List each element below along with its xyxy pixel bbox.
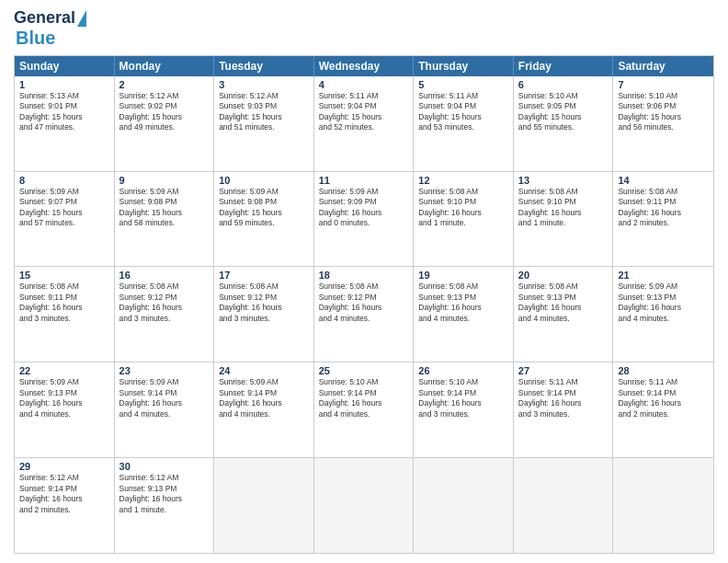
- calendar-cell: 7Sunrise: 5:10 AM Sunset: 9:06 PM Daylig…: [613, 76, 713, 171]
- calendar-cell: 20Sunrise: 5:08 AM Sunset: 9:13 PM Dayli…: [514, 267, 614, 362]
- header: General Blue: [14, 9, 714, 48]
- day-number: 30: [119, 461, 210, 472]
- weekday-header: Wednesday: [314, 56, 415, 76]
- weekday-header: Friday: [514, 56, 614, 76]
- calendar-cell: 3Sunrise: 5:12 AM Sunset: 9:03 PM Daylig…: [214, 76, 314, 171]
- day-number: 6: [518, 79, 609, 90]
- day-info: Sunrise: 5:10 AM Sunset: 9:06 PM Dayligh…: [618, 91, 709, 133]
- calendar-cell: 17Sunrise: 5:08 AM Sunset: 9:12 PM Dayli…: [214, 267, 314, 362]
- calendar-cell: 29Sunrise: 5:12 AM Sunset: 9:14 PM Dayli…: [15, 458, 115, 553]
- calendar-row: 22Sunrise: 5:09 AM Sunset: 9:13 PM Dayli…: [15, 362, 713, 457]
- day-info: Sunrise: 5:12 AM Sunset: 9:14 PM Dayligh…: [19, 473, 109, 515]
- day-info: Sunrise: 5:13 AM Sunset: 9:01 PM Dayligh…: [19, 91, 109, 133]
- day-number: 18: [319, 270, 409, 281]
- calendar: SundayMondayTuesdayWednesdayThursdayFrid…: [14, 55, 714, 554]
- day-number: 19: [418, 270, 508, 281]
- calendar-cell: 15Sunrise: 5:08 AM Sunset: 9:11 PM Dayli…: [15, 267, 115, 362]
- day-number: 13: [518, 175, 609, 186]
- calendar-row: 29Sunrise: 5:12 AM Sunset: 9:14 PM Dayli…: [15, 457, 713, 553]
- day-info: Sunrise: 5:09 AM Sunset: 9:08 PM Dayligh…: [219, 187, 309, 229]
- day-number: 1: [19, 79, 109, 90]
- day-info: Sunrise: 5:09 AM Sunset: 9:14 PM Dayligh…: [219, 377, 309, 419]
- calendar-cell: 5Sunrise: 5:11 AM Sunset: 9:04 PM Daylig…: [414, 76, 514, 171]
- day-info: Sunrise: 5:12 AM Sunset: 9:02 PM Dayligh…: [119, 91, 210, 133]
- day-number: 11: [319, 175, 409, 186]
- day-info: Sunrise: 5:10 AM Sunset: 9:05 PM Dayligh…: [518, 91, 609, 133]
- day-number: 16: [119, 270, 210, 281]
- calendar-cell: 1Sunrise: 5:13 AM Sunset: 9:01 PM Daylig…: [15, 76, 115, 171]
- calendar-cell: 22Sunrise: 5:09 AM Sunset: 9:13 PM Dayli…: [15, 362, 115, 457]
- day-number: 24: [219, 365, 309, 376]
- calendar-cell: 6Sunrise: 5:10 AM Sunset: 9:05 PM Daylig…: [514, 76, 614, 171]
- day-number: 25: [319, 365, 409, 376]
- day-info: Sunrise: 5:09 AM Sunset: 9:13 PM Dayligh…: [19, 377, 109, 419]
- calendar-cell: 2Sunrise: 5:12 AM Sunset: 9:02 PM Daylig…: [115, 76, 215, 171]
- day-number: 20: [518, 270, 609, 281]
- day-number: 27: [518, 365, 609, 376]
- calendar-cell: 28Sunrise: 5:11 AM Sunset: 9:14 PM Dayli…: [613, 362, 713, 457]
- calendar-cell: 14Sunrise: 5:08 AM Sunset: 9:11 PM Dayli…: [613, 172, 713, 267]
- day-info: Sunrise: 5:11 AM Sunset: 9:04 PM Dayligh…: [418, 91, 508, 133]
- logo-general: General: [14, 9, 75, 28]
- day-number: 4: [319, 79, 409, 90]
- day-number: 14: [618, 175, 709, 186]
- day-info: Sunrise: 5:11 AM Sunset: 9:14 PM Dayligh…: [518, 377, 609, 419]
- day-number: 7: [618, 79, 709, 90]
- calendar-cell: 19Sunrise: 5:08 AM Sunset: 9:13 PM Dayli…: [414, 267, 514, 362]
- day-info: Sunrise: 5:11 AM Sunset: 9:04 PM Dayligh…: [319, 91, 409, 133]
- calendar-row: 8Sunrise: 5:09 AM Sunset: 9:07 PM Daylig…: [15, 171, 713, 267]
- day-info: Sunrise: 5:08 AM Sunset: 9:12 PM Dayligh…: [119, 282, 210, 324]
- calendar-cell: [214, 458, 314, 553]
- weekday-header: Sunday: [15, 56, 115, 76]
- day-number: 22: [19, 365, 109, 376]
- calendar-cell: 16Sunrise: 5:08 AM Sunset: 9:12 PM Dayli…: [115, 267, 215, 362]
- calendar-row: 1Sunrise: 5:13 AM Sunset: 9:01 PM Daylig…: [15, 76, 713, 171]
- logo-triangle-icon: [77, 10, 86, 27]
- day-info: Sunrise: 5:12 AM Sunset: 9:03 PM Dayligh…: [219, 91, 309, 133]
- day-info: Sunrise: 5:09 AM Sunset: 9:13 PM Dayligh…: [618, 282, 709, 324]
- day-number: 2: [119, 79, 210, 90]
- calendar-cell: 25Sunrise: 5:10 AM Sunset: 9:14 PM Dayli…: [314, 362, 415, 457]
- day-info: Sunrise: 5:08 AM Sunset: 9:12 PM Dayligh…: [319, 282, 409, 324]
- day-number: 26: [418, 365, 508, 376]
- weekday-header: Monday: [115, 56, 215, 76]
- calendar-cell: 23Sunrise: 5:09 AM Sunset: 9:14 PM Dayli…: [115, 362, 215, 457]
- day-number: 17: [219, 270, 309, 281]
- calendar-cell: 9Sunrise: 5:09 AM Sunset: 9:08 PM Daylig…: [115, 172, 215, 267]
- day-number: 8: [19, 175, 109, 186]
- calendar-body: 1Sunrise: 5:13 AM Sunset: 9:01 PM Daylig…: [15, 76, 713, 553]
- day-number: 5: [418, 79, 508, 90]
- logo: General Blue: [14, 9, 86, 48]
- day-info: Sunrise: 5:12 AM Sunset: 9:13 PM Dayligh…: [119, 473, 210, 515]
- calendar-cell: 27Sunrise: 5:11 AM Sunset: 9:14 PM Dayli…: [514, 362, 614, 457]
- day-number: 9: [119, 175, 210, 186]
- day-info: Sunrise: 5:08 AM Sunset: 9:12 PM Dayligh…: [219, 282, 309, 324]
- day-info: Sunrise: 5:08 AM Sunset: 9:10 PM Dayligh…: [418, 187, 508, 229]
- weekday-header: Saturday: [613, 56, 713, 76]
- calendar-cell: 11Sunrise: 5:09 AM Sunset: 9:09 PM Dayli…: [314, 172, 415, 267]
- calendar-cell: 24Sunrise: 5:09 AM Sunset: 9:14 PM Dayli…: [214, 362, 314, 457]
- day-info: Sunrise: 5:10 AM Sunset: 9:14 PM Dayligh…: [319, 377, 409, 419]
- day-info: Sunrise: 5:08 AM Sunset: 9:13 PM Dayligh…: [418, 282, 508, 324]
- calendar-cell: [613, 458, 713, 553]
- weekday-header: Tuesday: [214, 56, 314, 76]
- day-info: Sunrise: 5:09 AM Sunset: 9:09 PM Dayligh…: [319, 187, 409, 229]
- day-number: 15: [19, 270, 109, 281]
- calendar-header: SundayMondayTuesdayWednesdayThursdayFrid…: [15, 56, 713, 76]
- calendar-cell: 18Sunrise: 5:08 AM Sunset: 9:12 PM Dayli…: [314, 267, 415, 362]
- calendar-cell: 4Sunrise: 5:11 AM Sunset: 9:04 PM Daylig…: [314, 76, 415, 171]
- calendar-cell: 8Sunrise: 5:09 AM Sunset: 9:07 PM Daylig…: [15, 172, 115, 267]
- day-info: Sunrise: 5:08 AM Sunset: 9:11 PM Dayligh…: [19, 282, 109, 324]
- calendar-cell: [514, 458, 614, 553]
- day-info: Sunrise: 5:09 AM Sunset: 9:07 PM Dayligh…: [19, 187, 109, 229]
- calendar-cell: 21Sunrise: 5:09 AM Sunset: 9:13 PM Dayli…: [613, 267, 713, 362]
- calendar-cell: 10Sunrise: 5:09 AM Sunset: 9:08 PM Dayli…: [214, 172, 314, 267]
- day-number: 23: [119, 365, 210, 376]
- day-info: Sunrise: 5:10 AM Sunset: 9:14 PM Dayligh…: [418, 377, 508, 419]
- calendar-row: 15Sunrise: 5:08 AM Sunset: 9:11 PM Dayli…: [15, 266, 713, 362]
- day-info: Sunrise: 5:09 AM Sunset: 9:08 PM Dayligh…: [119, 187, 210, 229]
- page: General Blue SundayMondayTuesdayWednesda…: [0, 0, 728, 563]
- calendar-cell: 13Sunrise: 5:08 AM Sunset: 9:10 PM Dayli…: [514, 172, 614, 267]
- day-number: 29: [19, 461, 109, 472]
- day-info: Sunrise: 5:08 AM Sunset: 9:10 PM Dayligh…: [518, 187, 609, 229]
